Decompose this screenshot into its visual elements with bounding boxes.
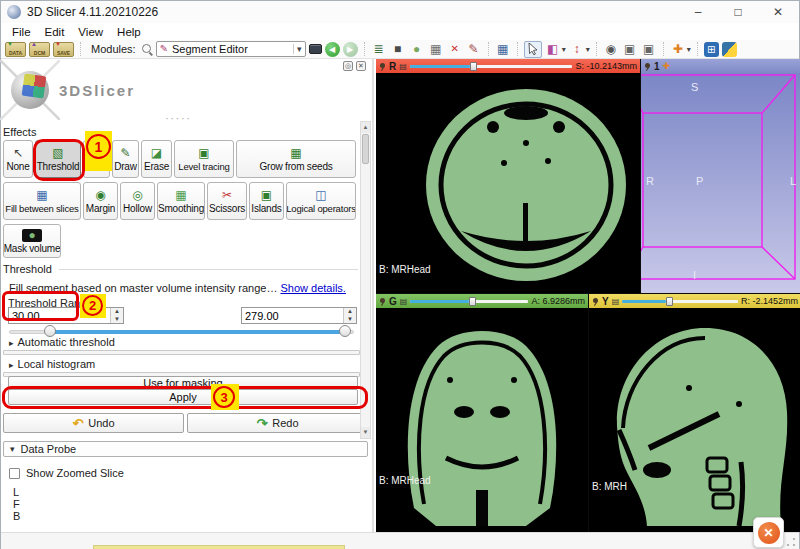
apply-button[interactable]: Apply [8, 389, 358, 405]
panel-scrollbar[interactable]: ▲ ▼ [360, 121, 371, 439]
effect-button-islands[interactable]: ▣ Islands [249, 182, 284, 220]
module-selector[interactable]: ✎ Segment Editor ▾ [156, 41, 306, 57]
green-slice-view[interactable]: B: MRHead [376, 308, 588, 532]
red-slice-slider[interactable] [410, 61, 573, 71]
effect-button-none[interactable]: ↖ None [3, 140, 33, 178]
effect-button-level-tracing[interactable]: ▣ Level tracing [174, 140, 234, 178]
yellow-slice-viewport[interactable]: Y ▤ R: -2.1452mm [589, 294, 800, 532]
paint-dropdown-icon[interactable]: ▾ [562, 45, 566, 54]
menu-view[interactable]: View [71, 26, 110, 38]
history-back-button[interactable]: ◀ [325, 42, 340, 57]
effect-button-fill-between-slices[interactable]: ▦ Fill between slices [3, 182, 81, 220]
load-data-button[interactable]: ▼ DATA [5, 42, 26, 57]
pin-icon[interactable] [644, 63, 651, 70]
local-histogram-collapser[interactable]: ▸Local histogram [9, 358, 95, 370]
save-button[interactable]: ▼ SAVE [53, 42, 74, 57]
spin-arrows[interactable]: ▲ ▼ [343, 308, 356, 323]
slider-max-handle[interactable] [339, 325, 351, 337]
green-slice-viewport[interactable]: G ▤ A: 6.9286mm [376, 294, 588, 532]
automatic-threshold-collapser[interactable]: ▸Automatic threshold [9, 336, 115, 348]
slice-menu-icon[interactable]: ▤ [612, 297, 620, 306]
annotation-close-button[interactable]: ✕ [753, 517, 784, 548]
red-slice-viewport[interactable]: R ▤ S: -10.2143mm [376, 59, 640, 293]
markups-module-icon[interactable]: ✕ [447, 41, 463, 57]
orientation-letter-r: R [646, 175, 654, 187]
green-slice-slider[interactable] [410, 296, 528, 306]
module-history-icon[interactable]: ≣ [371, 41, 387, 57]
slice-slider-handle[interactable] [666, 297, 673, 306]
panel-splitter-handle[interactable]: ····· [1, 113, 356, 124]
menu-file[interactable]: File [5, 26, 38, 38]
pin-icon[interactable] [592, 298, 599, 305]
screenshot-icon[interactable]: ◉ [603, 41, 619, 57]
slice-slider-handle[interactable] [470, 62, 477, 71]
menu-help[interactable]: Help [110, 26, 148, 38]
effect-button-threshold[interactable]: ▧ Threshold [35, 140, 81, 178]
extensions-manager-icon[interactable]: ⊞ [704, 42, 719, 57]
volumes-module-icon[interactable]: ● [409, 41, 425, 57]
annotations-module-icon[interactable]: ✎ [466, 41, 482, 57]
slice-menu-icon[interactable]: ▤ [399, 62, 407, 71]
threshold-max-input[interactable] [242, 308, 343, 323]
effect-button-mask-volume[interactable]: ● Mask volume [3, 224, 61, 258]
effect-button-grow-from-seeds[interactable]: ▦ Grow from seeds [236, 140, 356, 178]
pin-icon[interactable] [379, 298, 386, 305]
maximize-button[interactable]: □ [731, 5, 745, 19]
threshold-min-spinbox[interactable]: ▲ ▼ [8, 307, 124, 324]
python-console-icon[interactable] [722, 42, 737, 57]
undo-button[interactable]: ↶ Undo [3, 413, 184, 433]
scene-view-icon[interactable]: ▣ [622, 41, 638, 57]
effect-button-scissors[interactable]: ✂ Scissors [207, 182, 247, 220]
level-tracing-effect-icon: ▣ [198, 147, 209, 160]
layout-selector-icon[interactable]: ▦ [495, 41, 511, 57]
effect-button-smoothing[interactable]: ▦ Smoothing [157, 182, 205, 220]
effect-button-erase[interactable]: ◪ Erase [141, 140, 172, 178]
spin-down-icon[interactable]: ▼ [344, 316, 356, 324]
show-zoomed-slice-checkbox[interactable] [9, 468, 20, 479]
slice-slider-handle[interactable] [469, 297, 476, 306]
threeD-menu-icon[interactable]: ✚ [663, 61, 671, 71]
use-for-masking-button[interactable]: Use for masking [8, 376, 358, 390]
slice-menu-icon[interactable]: ▤ [400, 297, 408, 306]
pin-icon[interactable] [379, 63, 386, 70]
window-level-icon[interactable]: ↕ [569, 41, 585, 57]
dicom-button[interactable]: ▲ DCM [29, 42, 50, 57]
effect-button-margin[interactable]: ◉ Margin [83, 182, 118, 220]
spin-arrows[interactable]: ▲ ▼ [110, 308, 123, 323]
spin-down-icon[interactable]: ▼ [111, 316, 123, 324]
paint-interaction-icon[interactable]: ◧ [545, 41, 561, 57]
crosshair-icon[interactable]: ✚ [670, 41, 686, 57]
close-button[interactable]: ✕ [771, 5, 785, 19]
minimize-button[interactable]: – [691, 5, 705, 19]
spin-up-icon[interactable]: ▲ [111, 308, 123, 316]
module-search-icon[interactable] [141, 43, 153, 55]
menu-edit[interactable]: Edit [38, 26, 72, 38]
show-details-link[interactable]: Show details. [280, 282, 345, 294]
transforms-module-icon[interactable]: ▦ [428, 41, 444, 57]
panel-pin-button[interactable]: ◎ [343, 61, 353, 71]
redo-button[interactable]: ↷ Redo [187, 413, 368, 433]
red-slice-view[interactable]: B: MRHead [376, 73, 640, 293]
yellow-slice-view[interactable]: B: MRH [589, 308, 800, 532]
scroll-up-button[interactable]: ▲ [361, 122, 370, 133]
threeD-view[interactable]: S P R L I [641, 73, 800, 293]
data-module-cube-icon[interactable]: ■ [390, 41, 406, 57]
effect-button-hollow[interactable]: ◎ Hollow [120, 182, 155, 220]
window-level-dropdown-icon[interactable]: ▾ [586, 45, 590, 54]
scene-restore-icon[interactable]: ▣ [641, 41, 657, 57]
scrollbar-thumb[interactable] [362, 134, 369, 164]
mouse-interaction-button[interactable] [524, 41, 542, 58]
yellow-slice-slider[interactable] [622, 296, 738, 306]
data-probe-collapser[interactable]: ▾ Data Probe [3, 441, 368, 457]
threeD-viewport[interactable]: 1 ✚ S P [641, 59, 800, 293]
spin-up-icon[interactable]: ▲ [344, 308, 356, 316]
threshold-max-spinbox[interactable]: ▲ ▼ [241, 307, 357, 324]
crosshair-dropdown-icon[interactable]: ▾ [687, 45, 691, 54]
effect-button-draw[interactable]: ✎ Draw [112, 140, 139, 178]
panel-close-button[interactable]: ✕ [356, 61, 366, 71]
history-forward-button[interactable]: ▶ [343, 42, 358, 57]
scroll-down-button[interactable]: ▼ [361, 427, 370, 438]
show-module-panel-icon[interactable] [309, 44, 322, 54]
effect-button-logical-operators[interactable]: ◫ Logical operators [286, 182, 356, 220]
resize-grip[interactable] [786, 537, 796, 547]
